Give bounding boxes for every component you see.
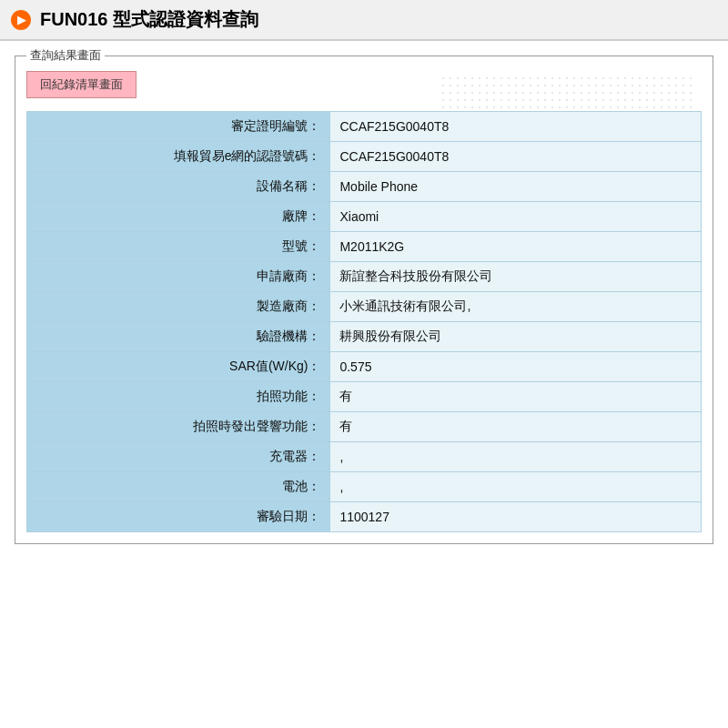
- table-row: 拍照功能：有: [27, 382, 702, 412]
- field-value: ,: [330, 442, 702, 472]
- field-label: 廠牌：: [27, 202, 330, 232]
- table-row: SAR值(W/Kg)：0.575: [27, 352, 702, 382]
- field-value: 有: [330, 412, 702, 442]
- field-label: 拍照功能：: [27, 382, 330, 412]
- table-row: 審定證明編號：CCAF215G0040T8: [27, 112, 702, 142]
- field-value: M2011K2G: [330, 232, 702, 262]
- field-value: 有: [330, 382, 702, 412]
- table-row: 申請廠商：新誼整合科技股份有限公司: [27, 262, 702, 292]
- table-row: 拍照時發出聲響功能：有: [27, 412, 702, 442]
- data-table: 審定證明編號：CCAF215G0040T8填報貿易e網的認證號碼：CCAF215…: [26, 111, 702, 532]
- table-row: 型號：M2011K2G: [27, 232, 702, 262]
- header: ▶ FUN016 型式認證資料查詢: [0, 0, 728, 41]
- field-value: 小米通訊技術有限公司,: [330, 292, 702, 322]
- field-label: 設備名稱：: [27, 172, 330, 202]
- field-value: ,: [330, 472, 702, 502]
- table-row: 設備名稱：Mobile Phone: [27, 172, 702, 202]
- field-value: Xiaomi: [330, 202, 702, 232]
- table-row: 填報貿易e網的認證號碼：CCAF215G0040T8: [27, 142, 702, 172]
- field-label: 填報貿易e網的認證號碼：: [27, 142, 330, 172]
- back-button[interactable]: 回紀錄清單畫面: [26, 71, 136, 98]
- result-box: 查詢結果畫面 回紀錄清單畫面 審定證明編號：CCAF215G0040T8填報貿易…: [15, 56, 713, 544]
- main-content: 查詢結果畫面 回紀錄清單畫面 審定證明編號：CCAF215G0040T8填報貿易…: [0, 41, 728, 559]
- field-value: 1100127: [330, 502, 702, 532]
- table-row: 電池：,: [27, 472, 702, 502]
- field-value: 0.575: [330, 352, 702, 382]
- field-value: 新誼整合科技股份有限公司: [330, 262, 702, 292]
- field-label: 製造廠商：: [27, 292, 330, 322]
- field-label: 拍照時發出聲響功能：: [27, 412, 330, 442]
- field-label: 型號：: [27, 232, 330, 262]
- page-title: FUN016 型式認證資料查詢: [40, 7, 258, 32]
- field-label: 申請廠商：: [27, 262, 330, 292]
- result-box-label: 查詢結果畫面: [26, 47, 105, 64]
- header-icon: ▶: [11, 10, 31, 30]
- table-row: 廠牌：Xiaomi: [27, 202, 702, 232]
- field-value: 耕興股份有限公司: [330, 322, 702, 352]
- field-label: 審定證明編號：: [27, 112, 330, 142]
- field-label: 審驗日期：: [27, 502, 330, 532]
- table-row: 充電器：,: [27, 442, 702, 472]
- field-label: 驗證機構：: [27, 322, 330, 352]
- field-value: Mobile Phone: [330, 172, 702, 202]
- field-label: 電池：: [27, 472, 330, 502]
- field-label: 充電器：: [27, 442, 330, 472]
- table-row: 審驗日期：1100127: [27, 502, 702, 532]
- field-label: SAR值(W/Kg)：: [27, 352, 330, 382]
- table-row: 製造廠商：小米通訊技術有限公司,: [27, 292, 702, 322]
- field-value: CCAF215G0040T8: [330, 112, 702, 142]
- field-value: CCAF215G0040T8: [330, 142, 702, 172]
- table-row: 驗證機構：耕興股份有限公司: [27, 322, 702, 352]
